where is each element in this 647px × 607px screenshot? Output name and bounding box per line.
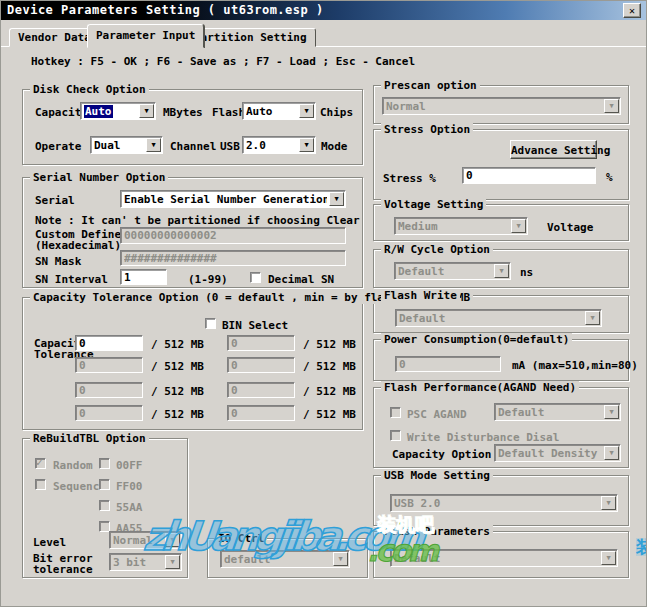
pattern-55aa-label: 55AA bbox=[116, 501, 143, 514]
prescan-dropdown[interactable]: Normal ▼ bbox=[382, 97, 621, 115]
pattern-00ff-checkbox[interactable] bbox=[99, 458, 110, 469]
chevron-down-icon[interactable]: ▼ bbox=[494, 264, 509, 278]
pattern-ff00-checkbox[interactable] bbox=[99, 479, 110, 490]
chevron-down-icon[interactable]: ▼ bbox=[604, 99, 619, 113]
chevron-down-icon[interactable]: ▼ bbox=[329, 192, 344, 206]
chevron-down-icon[interactable]: ▼ bbox=[146, 138, 161, 152]
advance-setting-button[interactable]: Advance Setting bbox=[510, 140, 597, 159]
group-usb-mode: USB Mode Setting USB 2.0 ▼ bbox=[373, 475, 629, 526]
usb-mode-dropdown[interactable]: USB 2.0 ▼ bbox=[390, 494, 618, 512]
sn-interval-label: SN Interval bbox=[35, 273, 108, 286]
usb-label: USB bbox=[220, 140, 240, 153]
sn-mask-label: SN Mask bbox=[35, 255, 81, 268]
chevron-down-icon[interactable]: ▼ bbox=[585, 311, 600, 325]
tolerance-input-r3c1[interactable] bbox=[75, 382, 143, 398]
serial-mode-dropdown[interactable]: Enable Serial Number Generation ▼ bbox=[120, 190, 346, 208]
dropdown-value: Normal bbox=[386, 100, 602, 113]
title-bar[interactable]: Device Parameters Setting ( ut63rom.esp … bbox=[1, 1, 647, 20]
custom-define-input[interactable] bbox=[120, 227, 346, 244]
tab-label: Partition Setting bbox=[194, 31, 307, 44]
dropdown-value: Default bbox=[398, 265, 492, 278]
group-power: Power Consumption(0=default) mA (max=510… bbox=[373, 339, 629, 381]
tolerance-unit: / 512 MB bbox=[151, 360, 204, 373]
dropdown-value: Default bbox=[394, 552, 599, 565]
operate-dropdown[interactable]: Dual ▼ bbox=[90, 136, 163, 154]
chevron-down-icon[interactable]: ▼ bbox=[511, 219, 526, 233]
tolerance-unit: / 512 MB bbox=[303, 360, 356, 373]
serial-note: Note : It can' t be partitioned if choos… bbox=[35, 214, 360, 227]
dropdown-value: Default bbox=[399, 312, 583, 325]
flash-dropdown[interactable]: Auto ▼ bbox=[242, 102, 316, 120]
random-checkbox[interactable] bbox=[35, 458, 46, 469]
group-flash-write: Flash Write Default ▼ bbox=[373, 295, 629, 333]
flash-write-dropdown[interactable]: Default ▼ bbox=[395, 309, 602, 327]
tolerance-input-r2c2[interactable] bbox=[227, 357, 295, 373]
operate-label: Operate bbox=[35, 140, 81, 153]
group-voltage: Voltage Setting Medium ▼ Voltage bbox=[373, 204, 629, 241]
group-rw-cycle: R/W Cycle Option Default ▼ ns bbox=[373, 249, 629, 288]
dropdown-value: Medium bbox=[398, 220, 509, 233]
power-unit-label: mA (max=510,min=80) bbox=[512, 359, 638, 372]
chevron-down-icon[interactable]: ▼ bbox=[604, 446, 619, 460]
stress-percent-input[interactable] bbox=[462, 167, 596, 184]
decimal-sn-checkbox[interactable] bbox=[250, 272, 261, 283]
bin-select-checkbox[interactable] bbox=[205, 318, 216, 329]
power-input[interactable] bbox=[395, 356, 501, 372]
tolerance-input-r4c1[interactable] bbox=[75, 405, 143, 421]
chevron-down-icon[interactable]: ▼ bbox=[299, 104, 314, 118]
tolerance-input-r1c1[interactable] bbox=[75, 335, 143, 351]
watermark-side-glyph: 装 bbox=[636, 538, 647, 556]
psc-agand-dropdown[interactable]: Default ▼ bbox=[494, 403, 621, 421]
voltage-dropdown[interactable]: Medium ▼ bbox=[394, 217, 528, 235]
sn-interval-range: (1-99) bbox=[188, 273, 228, 286]
io-ctrl-dropdown[interactable]: default ▼ bbox=[220, 550, 350, 568]
group-title: Prescan option bbox=[381, 79, 480, 92]
chevron-down-icon[interactable]: ▼ bbox=[165, 555, 180, 569]
sequence-checkbox[interactable] bbox=[35, 479, 46, 490]
group-title: Voltage Setting bbox=[381, 198, 486, 211]
capacity-dropdown[interactable]: Auto ▼ bbox=[80, 102, 156, 120]
window-title: Device Parameters Setting ( ut63rom.esp … bbox=[7, 3, 324, 17]
voltage-unit-label: Voltage bbox=[547, 221, 593, 234]
chevron-down-icon[interactable]: ▼ bbox=[165, 533, 180, 547]
sn-mask-input[interactable] bbox=[120, 250, 346, 266]
chevron-down-icon[interactable]: ▼ bbox=[601, 496, 616, 510]
chevron-down-icon[interactable]: ▼ bbox=[604, 405, 619, 419]
tolerance-unit: / 512 MB bbox=[303, 385, 356, 398]
chevron-down-icon[interactable]: ▼ bbox=[601, 551, 616, 565]
level-dropdown[interactable]: Normal ▼ bbox=[109, 531, 182, 549]
dropdown-value: Auto bbox=[246, 105, 297, 118]
tab-partition-setting[interactable]: Partition Setting bbox=[185, 28, 316, 47]
dropdown-value: Dual bbox=[94, 139, 144, 152]
group-flash-parameters: Flash Parameters Default ▼ bbox=[373, 531, 629, 578]
rw-cycle-dropdown[interactable]: Default ▼ bbox=[394, 262, 511, 280]
flash-parameters-dropdown[interactable]: Default ▼ bbox=[390, 549, 618, 567]
group-title: ReBuildTBL Option bbox=[30, 432, 149, 445]
group-title: Stress Option bbox=[381, 123, 473, 136]
group-title: USB Mode Setting bbox=[381, 469, 493, 482]
tolerance-input-r3c2[interactable] bbox=[227, 382, 295, 398]
pattern-55aa-checkbox[interactable] bbox=[99, 500, 110, 511]
sn-interval-input[interactable] bbox=[120, 269, 167, 285]
write-disturbance-checkbox[interactable] bbox=[390, 430, 401, 441]
pattern-00ff-label: 00FF bbox=[116, 459, 143, 472]
chevron-down-icon[interactable]: ▼ bbox=[299, 138, 314, 152]
capacity-option-dropdown[interactable]: Default Density ▼ bbox=[494, 444, 621, 462]
dropdown-value: 2.0 bbox=[246, 139, 297, 152]
close-icon[interactable]: ✕ bbox=[623, 3, 641, 18]
psc-agand-checkbox[interactable] bbox=[390, 407, 401, 418]
group-title: IO Ctrl bbox=[215, 532, 267, 545]
bit-error-dropdown[interactable]: 3 bit ▼ bbox=[109, 553, 182, 571]
tolerance-input-r1c2[interactable] bbox=[227, 335, 295, 351]
chevron-down-icon[interactable]: ▼ bbox=[139, 104, 154, 118]
usb-dropdown[interactable]: 2.0 ▼ bbox=[242, 136, 316, 154]
mode-label: Mode bbox=[321, 140, 348, 153]
flash-label: Flash bbox=[212, 106, 245, 119]
tolerance-input-r4c2[interactable] bbox=[227, 405, 295, 421]
tolerance-unit: / 512 MB bbox=[303, 338, 356, 351]
tab-parameter-input[interactable]: Parameter Input bbox=[87, 24, 204, 48]
dropdown-value: Auto bbox=[84, 105, 137, 118]
chevron-down-icon[interactable]: ▼ bbox=[333, 552, 348, 566]
tab-label: Vendor Data bbox=[18, 31, 91, 44]
tolerance-input-r2c1[interactable] bbox=[75, 357, 143, 373]
